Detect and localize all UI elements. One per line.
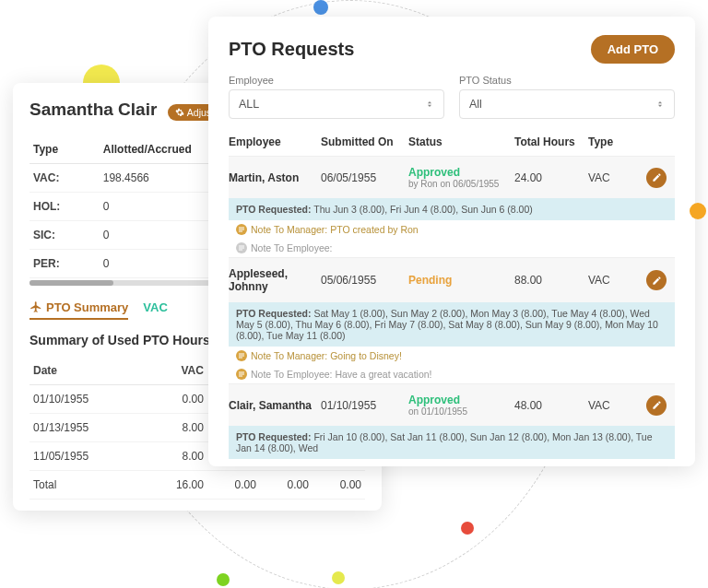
request-hours: 48.00: [514, 399, 588, 412]
decorative-dot: [461, 522, 474, 535]
request-detail-band: PTO Requested: Thu Jun 3 (8.00), Fri Jun…: [229, 198, 675, 220]
decorative-dot: [332, 571, 345, 584]
chevron-up-down-icon: [425, 100, 434, 109]
request-status: Pending: [408, 274, 514, 287]
edit-request-button[interactable]: [646, 270, 667, 290]
chevron-up-down-icon: [655, 100, 665, 109]
request-row: Appleseed, Johnny 05/06/1955 Pending 88.…: [229, 257, 675, 302]
employee-name: Samantha Clair: [30, 100, 157, 120]
request-submitted: 01/10/1955: [321, 399, 408, 412]
request-employee: Martin, Aston: [229, 171, 321, 184]
col-type: Type: [30, 135, 100, 164]
pto-requests-card: PTO Requests Add PTO Employee ALL PTO St…: [208, 17, 695, 466]
request-type: VAC: [588, 399, 639, 412]
plane-icon: [30, 300, 42, 313]
tab-pto-summary[interactable]: PTO Summary: [30, 300, 128, 320]
request-hours: 24.00: [514, 171, 588, 184]
note-to-employee: Note To Employee: Have a great vacation!: [229, 365, 675, 383]
employee-select-value: ALL: [239, 98, 259, 111]
note-icon: [236, 350, 247, 361]
request-type: VAC: [588, 274, 639, 287]
employee-select[interactable]: ALL: [229, 89, 444, 119]
request-submitted: 06/05/1955: [321, 171, 408, 184]
edit-request-button[interactable]: [646, 395, 667, 416]
filter-employee-label: Employee: [229, 75, 444, 86]
note-to-manager: Note To Manager: Going to Disney!: [229, 347, 675, 365]
note-to-employee: Note To Employee:: [229, 239, 675, 257]
note-icon: [236, 369, 247, 380]
request-status: Approvedon 01/10/1955: [408, 394, 514, 417]
status-select[interactable]: All: [459, 89, 675, 119]
summary-col-vac: VAC: [144, 357, 207, 385]
page-title: PTO Requests: [229, 39, 354, 60]
note-icon: [236, 242, 247, 253]
add-pto-button[interactable]: Add PTO: [591, 35, 675, 64]
request-row: Martin, Aston 06/05/1955 Approvedby Ron …: [229, 156, 675, 198]
request-detail-band: PTO Requested: Fri Jan 10 (8.00), Sat Ja…: [229, 426, 675, 459]
request-employee: Appleseed, Johnny: [229, 267, 321, 293]
request-status: Approvedby Ron on 06/05/1955: [408, 166, 514, 189]
request-table-header: Employee Submitted On Status Total Hours…: [229, 135, 675, 156]
filter-status-label: PTO Status: [459, 75, 675, 86]
summary-row: Total16.000.000.000.00: [30, 470, 365, 499]
gear-icon: [175, 108, 184, 117]
request-hours: 88.00: [514, 274, 588, 287]
note-to-manager: Note To Manager: PTO created by Ron: [229, 220, 675, 239]
decorative-dot: [217, 573, 230, 586]
note-icon: [236, 224, 247, 235]
decorative-dot: [313, 0, 328, 15]
decorative-dot: [690, 203, 706, 219]
edit-request-button[interactable]: [646, 168, 667, 188]
status-select-value: All: [469, 98, 482, 111]
request-row: Clair, Samantha 01/10/1955 Approvedon 01…: [229, 383, 675, 426]
request-type: VAC: [588, 171, 639, 184]
request-submitted: 05/06/1955: [321, 274, 408, 287]
tab-vac[interactable]: VAC: [143, 300, 167, 320]
summary-col-date: Date: [30, 357, 144, 385]
request-employee: Clair, Samantha: [229, 399, 321, 412]
request-detail-band: PTO Requested: Sat May 1 (8.00), Sun May…: [229, 302, 675, 347]
